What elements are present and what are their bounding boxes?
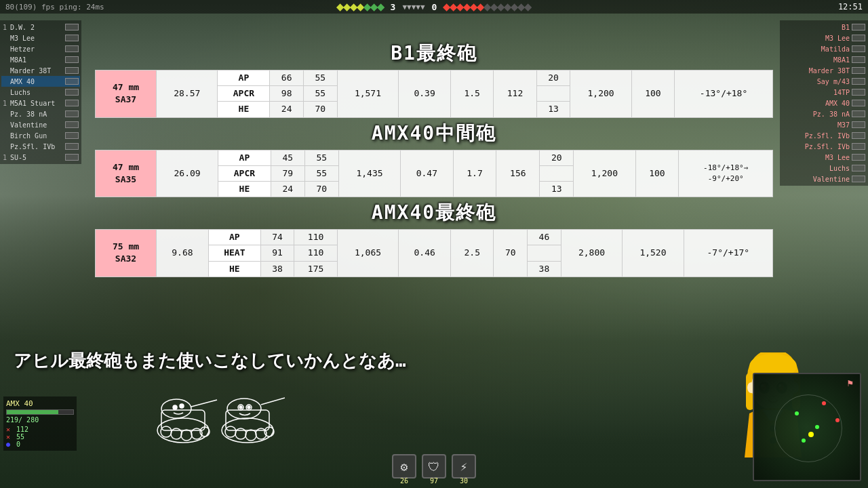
action-slot-1[interactable]: ⚙ 26	[392, 454, 416, 485]
enemy-item: Pz. 38 nA	[781, 108, 867, 119]
map-dot-friendly	[795, 411, 799, 415]
enemy-item: AMX 40	[781, 98, 867, 108]
team-item: 1 M5A1 Stuart	[1, 98, 80, 108]
dmg-heat: 110	[294, 245, 337, 261]
team-item: Hetzer	[1, 43, 80, 54]
team-item: 1 SU-5	[1, 152, 80, 163]
score-left: 3	[387, 2, 400, 12]
ammo-ap-count: 112	[16, 426, 28, 433]
tank-icon	[852, 45, 865, 52]
rof-b1: 28.57	[157, 70, 218, 118]
team-item: M8A1	[1, 54, 80, 65]
map-dot-friendly	[815, 425, 819, 429]
enemy-item: 14TP	[781, 87, 867, 98]
enemy-item: M3 Lee	[781, 33, 867, 43]
ammo-apcr-2: APCR	[218, 165, 271, 181]
gun-table-amx40-final: 75 mmSA32 9.68 AP 74 110 1,065 0.46 2.5 …	[95, 229, 773, 277]
enemy-item: Luchs	[781, 163, 867, 174]
map-circle	[774, 394, 842, 462]
tank-icon	[65, 110, 79, 117]
svg-line-14	[261, 398, 285, 405]
dmg-he-3: 175	[294, 261, 337, 277]
enemy-item: Pz.Sfl. IVb	[781, 141, 867, 152]
left-team-panel: 1 D.W. 2 M3 Lee Hetzer M8A1 Marder 38T A…	[0, 20, 81, 164]
section-title-amx40-mid: AMX40中間砲	[95, 121, 773, 146]
score-right: 0	[428, 2, 441, 12]
tank-icon	[65, 56, 79, 63]
spd-amx40-final: 70	[494, 230, 528, 277]
team-item: Luchs	[1, 87, 80, 98]
pen-apcr-2: 79	[271, 165, 304, 181]
team-item-self: AMX 40	[1, 76, 80, 87]
ammo-ap-2: AP	[218, 150, 271, 165]
tank-icon	[852, 89, 865, 96]
tank-icon	[65, 132, 79, 139]
dep-b1: -13°/+18°	[675, 70, 773, 118]
team-item: Birch Gun	[1, 130, 80, 141]
vr-amx40-final: 1,520	[623, 230, 684, 277]
view-b1: 1,200	[570, 70, 631, 118]
rl-fin-3: 38	[528, 261, 561, 277]
dmg-apcr-2: 55	[304, 165, 338, 181]
aim-amx40-mid: 1.7	[453, 150, 496, 197]
tank-icon	[852, 100, 865, 106]
tank-icon	[852, 110, 865, 117]
action-slot-3[interactable]: ⚡ 30	[452, 454, 476, 485]
svg-point-4	[161, 426, 172, 437]
enemy-item: Say m/43	[781, 76, 867, 87]
pen-heat: 91	[260, 245, 294, 261]
enemy-item: Pz.Sfl. IVb	[781, 130, 867, 141]
team-health-left	[338, 5, 384, 10]
health-bars: 3 ▼▼▼▼▼ 0	[338, 2, 531, 12]
mini-map: ⚑	[753, 373, 861, 481]
gun-table-b1: 47 mmSA37 28.57 AP 66 55 1,571 0.39 1.5 …	[95, 70, 773, 118]
aim-b1: 1.5	[451, 70, 494, 118]
pip-7	[377, 3, 384, 11]
svg-point-23	[248, 406, 250, 409]
spd-b1: 112	[494, 70, 536, 118]
enemy-item: B1	[781, 22, 867, 33]
action-count-2: 97	[422, 477, 446, 485]
hud-overlay: 80(109) fps ping: 24ms 3 ▼▼▼▼▼ 0	[0, 0, 868, 488]
tank-icon	[852, 24, 865, 30]
rof-amx40-mid: 26.09	[157, 150, 218, 197]
svg-point-21	[239, 406, 242, 409]
gun-name-b1: 47 mmSA37	[96, 70, 157, 118]
svg-point-17	[245, 430, 256, 441]
table-row: 47 mmSA35 26.09 AP 45 55 1,435 0.47 1.7 …	[96, 150, 773, 165]
ammo-he-row: ● 0	[6, 441, 74, 448]
action-bar: ⚙ 26 🛡 97 ⚡ 30	[392, 454, 476, 485]
section-amx40-mid: AMX40中間砲 47 mmSA35 26.09 AP 45 55 1,435 …	[95, 121, 773, 198]
time-display: 12:51	[838, 2, 863, 12]
svg-point-6	[181, 430, 192, 441]
tank-sketches	[149, 369, 285, 451]
enemy-item: M8A1	[781, 54, 867, 65]
vr-amx40-mid: 100	[635, 150, 679, 197]
svg-point-13	[227, 399, 261, 419]
rl-mid-3: 13	[540, 181, 574, 197]
rl-fin-1: 46	[528, 230, 561, 245]
pen-he: 24	[270, 102, 304, 117]
tank-icon	[852, 78, 865, 85]
hp-fill	[7, 410, 58, 414]
map-marker: ⚑	[848, 378, 853, 388]
fps-value: 80(109)	[5, 3, 37, 12]
gun-table-amx40-mid: 47 mmSA35 26.09 AP 45 55 1,435 0.47 1.7 …	[95, 150, 773, 198]
map-dot-enemy	[835, 418, 840, 422]
tank-icon	[65, 35, 79, 41]
ping-value: 24ms	[86, 3, 104, 12]
enemy-item: Marder 38T	[781, 65, 867, 76]
tank-icon	[65, 45, 79, 52]
team-health-right	[443, 5, 530, 10]
enemy-item: Matilda	[781, 43, 867, 54]
vr-b1: 100	[631, 70, 674, 118]
tank-icon	[852, 67, 865, 74]
tank-icon	[65, 154, 79, 161]
hp-text: 219/ 280	[6, 416, 74, 424]
tank-icon	[852, 56, 865, 63]
acc-b1: 0.39	[399, 70, 451, 118]
svg-point-10	[180, 404, 184, 408]
rpip-13	[524, 3, 532, 11]
action-slot-2[interactable]: 🛡 97	[422, 454, 446, 485]
dep-amx40-final: -7°/+17°	[684, 230, 772, 277]
